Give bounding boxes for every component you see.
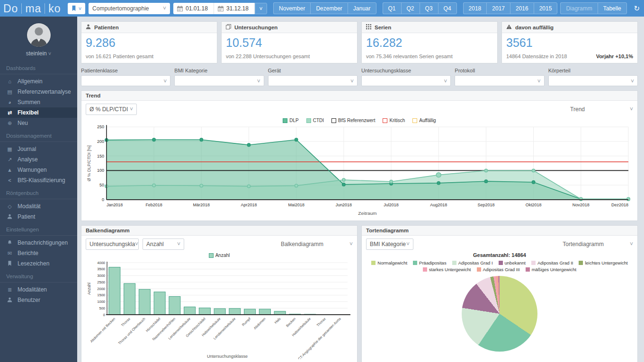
pie-chart-area: Gesamtanzahl: 14864 NormalgewichtPräadip… [362,252,637,353]
user-menu[interactable]: steinlein [0,50,77,57]
quarter-button[interactable]: Q3 [420,2,438,14]
sidebar-item-lesezeichen[interactable]: Lesezeichen [0,258,77,269]
quarter-button[interactable]: Q2 [401,2,420,14]
year-button[interactable]: 2017 [486,2,510,14]
sidebar-item-label: Patient [18,213,35,220]
sidebar-item-benachrichtigungen[interactable]: Benachrichtigungen [0,238,77,248]
legend-swatch [306,118,311,123]
date-range-dropdown-button[interactable] [255,3,267,14]
sidebar-item-warnungen[interactable]: ▲Warnungen [0,165,77,175]
filter-label: Körperteil [548,68,638,73]
protokoll-select[interactable] [455,75,544,86]
sidebar-item-label: Benachrichtigungen [18,239,68,246]
sidebar-item-neu[interactable]: ⊕Neu [0,118,77,128]
topbar-controls: Computertomographie 01.01.18 31.12.18 No… [64,2,558,14]
sidebar-item-summen[interactable]: ◕Summen [0,97,77,107]
chevron-down-icon [130,106,133,113]
legend-item: Auffällig [412,118,436,123]
filter-koerperteil: Körperteil [548,68,638,86]
view-diagram-button[interactable]: Diagramm [560,2,597,14]
pie-type-select[interactable]: Tortendiagramm [563,241,633,247]
sidebar-item-journal[interactable]: ▦Journal [0,144,77,154]
chevron-down-icon [163,77,167,85]
bar-metric-select[interactable]: Anzahl [143,238,184,250]
sidebar-item-analyse[interactable]: ↗Analyse [0,154,77,165]
bmi-kategorie-select[interactable] [174,75,264,86]
chevron-down-icon [177,241,180,247]
shuffle-icon: ⇄ [6,110,13,115]
quarter-button[interactable]: Q4 [438,2,457,14]
month-button[interactable]: Januar [348,2,376,14]
filter-label: Untersuchungsklasse [361,68,451,73]
year-button[interactable]: 2018 [463,2,487,14]
legend-label: Adipositas Grad III [483,267,520,272]
sidebar-item-modalitaeten[interactable]: ≣Modalitäten [0,284,77,295]
month-button[interactable]: November [273,2,310,14]
sidebar-item-flexibel[interactable]: ⇄Flexibel [0,107,77,118]
card-title: Patienten [94,25,119,30]
svg-text:Thorax: Thorax [316,317,327,327]
card-title: davon auffällig [515,25,554,30]
bar-type-select[interactable]: Balkendiagramm [281,241,353,247]
report-icon: ▤ [6,89,13,95]
svg-text:Aug2018: Aug2018 [430,203,447,207]
patientenklasse-select[interactable] [81,75,170,86]
card-davon-auffaellig: davon auffällig 3561 14864 Datensätze in… [501,21,638,63]
legend-label: Adipositas Grad II [537,260,573,265]
logo-segment: Do [0,3,21,14]
trend-type-select[interactable]: Trend [570,106,633,113]
modality-select[interactable]: Computertomographie [89,3,170,14]
sidebar-item-benutzer[interactable]: Benutzer [0,295,77,305]
sidebar-item-bfs-klassifizierung[interactable]: <BfS-Klassifizierung [0,175,77,185]
filter-protokoll: Protokoll [455,68,544,86]
svg-text:0: 0 [102,197,104,202]
svg-text:0: 0 [103,313,105,317]
bar-chart: 05001000150020002500300035004000Abdomen … [81,259,357,362]
filter-label: BMI Kategorie [174,68,264,73]
bottom-panels: Balkendiagramm Untersuchungskla Anzahl B… [81,221,638,362]
svg-text:Abdomen mit Becken: Abdomen mit Becken [89,317,116,344]
pie-panel-header: Tortendiagramm [362,226,637,236]
svg-text:Sep2018: Sep2018 [477,203,494,207]
legend-label: Adipositas Grad I [458,260,493,265]
sidebar-item-patient[interactable]: Patient [0,212,77,222]
sidebar-item-modalitaet[interactable]: ◇Modalität [0,201,77,212]
avatar[interactable] [27,23,51,47]
card-untersuchungen: Untersuchungen 10.574 von 22.288 Untersu… [221,21,358,63]
geraet-select[interactable] [268,75,358,86]
koerperteil-select[interactable] [548,75,638,86]
legend-item: starkes Untergewicht [423,267,471,272]
legend-swatch [526,267,530,272]
pie-dimension-select[interactable]: BMI Kategorie [366,238,413,250]
view-table-button[interactable]: Tabelle [598,2,627,14]
trend-metric-select[interactable]: Ø % DLP/CTDI [86,104,137,115]
year-button[interactable]: 2016 [510,2,534,14]
sidebar-item-referenzwertanalyse[interactable]: ▤Referenzwertanalyse [0,87,77,97]
refresh-icon[interactable] [632,4,642,13]
warning-icon [506,24,512,30]
year-button[interactable]: 2015 [534,2,558,14]
chevron-down-icon [135,241,138,247]
date-from-value: 01.01.18 [186,5,208,12]
sidebar-item-berichte[interactable]: ✉Berichte [0,248,77,258]
pie-icon: ◕ [6,99,13,105]
user-icon [6,214,13,220]
month-button[interactable]: Dezember [310,2,347,14]
legend-label: Kritisch [389,118,405,123]
quarter-button[interactable]: Q1 [383,2,401,14]
bar-legend: Anzahl [81,253,357,258]
filter-geraet: Gerät [268,68,358,86]
quarter-button-group: Q1 Q2 Q3 Q4 [383,2,457,14]
modality-select-value: Computertomographie [92,5,149,12]
bookmark-button[interactable] [68,3,85,14]
server-icon: ≣ [6,287,13,292]
untersuchungsklasse-select[interactable] [361,75,451,86]
legend-label: Auffällig [419,118,436,123]
card-patienten: Patienten 9.286 von 16.621 Patienten ges… [81,21,217,63]
legend-item: Präadipositas [413,260,447,265]
sidebar-item-allgemein[interactable]: ⌂Allgemein [0,76,77,87]
date-from-input[interactable]: 01.01.18 [173,3,214,14]
date-to-input[interactable]: 31.12.18 [214,3,255,14]
filter-patientenklasse: Patientenklasse [81,68,170,86]
bar-dimension-select[interactable]: Untersuchungskla [86,238,139,250]
